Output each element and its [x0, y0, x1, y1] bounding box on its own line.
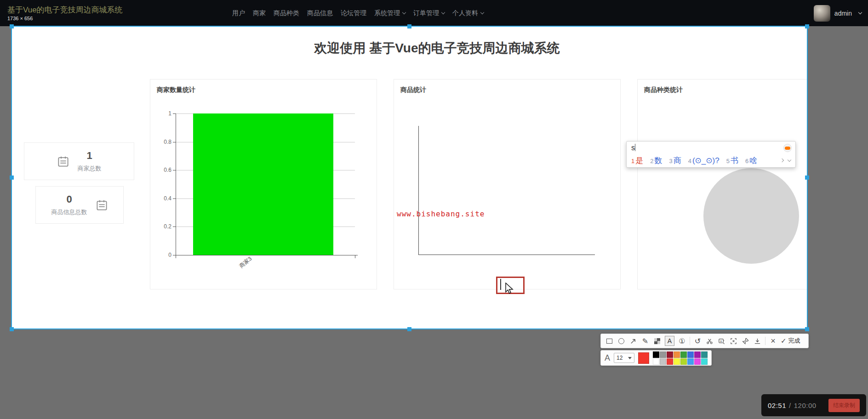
time-separator: /: [789, 402, 791, 409]
chart-card-product-stats: 商品统计 www.bishebang.site: [394, 79, 621, 289]
stop-recording-button[interactable]: 结束录制: [828, 399, 860, 412]
palette-color[interactable]: [687, 351, 694, 358]
ime-candidate-1[interactable]: 1是: [631, 155, 643, 166]
palette-color[interactable]: [674, 358, 680, 365]
rect-tool-icon[interactable]: [605, 336, 614, 346]
y-axis: [176, 113, 176, 257]
chevron-down-icon: [480, 11, 484, 14]
brand-title: 基于Vue的电子竞技周边商城系统: [7, 5, 123, 15]
chart-title: 商品种类统计: [644, 86, 683, 94]
svg-text:a: a: [720, 339, 722, 342]
y-tick-label: 1: [153, 110, 171, 117]
ime-candidate-3[interactable]: 3商: [669, 155, 681, 166]
sogou-ime-icon[interactable]: [783, 144, 792, 152]
palette-color[interactable]: [653, 358, 659, 365]
selection-handle-bottom-right[interactable]: [805, 327, 809, 331]
x-axis: [173, 255, 358, 255]
ime-popup: s 1是 2数 3商 4(⊙_⊙)? 5书 6啥: [626, 141, 796, 168]
pin-icon[interactable]: [741, 336, 750, 346]
undo-icon[interactable]: ↺: [693, 336, 702, 346]
toolbar-separator: [765, 337, 765, 345]
palette-color[interactable]: [680, 351, 687, 358]
recognize-icon[interactable]: [729, 336, 738, 346]
chart-card-merchant-count: 商家数量统计 1 0.8 0.6 0.4 0.2 0 商家3: [150, 79, 377, 289]
top-bar: 基于Vue的电子竞技周边商城系统 1736 × 656 用户 商家 商品种类 商…: [0, 0, 868, 26]
ime-candidate-4[interactable]: 4(⊙_⊙)?: [688, 156, 720, 165]
selection-handle-top-right[interactable]: [805, 24, 809, 28]
palette-color[interactable]: [694, 358, 701, 365]
selection-handle-bottom-left[interactable]: [10, 327, 14, 331]
empty-pie-placeholder: [703, 168, 799, 264]
selection-handle-top-middle[interactable]: [407, 24, 411, 28]
nav-item-product-info[interactable]: 商品信息: [307, 9, 333, 17]
x-category-label: 商家3: [238, 255, 253, 270]
selection-handle-middle-right[interactable]: [805, 176, 809, 180]
nav-item-system-management[interactable]: 系统管理: [374, 9, 405, 17]
color-palette: [653, 351, 708, 365]
total-time: 120:00: [794, 402, 817, 409]
selection-handle-middle-left[interactable]: [10, 176, 14, 180]
step-number-tool-icon[interactable]: ①: [678, 336, 686, 346]
palette-color[interactable]: [667, 358, 673, 365]
done-button[interactable]: ✓ 完成: [781, 337, 800, 345]
selection-handle-top-left[interactable]: [10, 24, 14, 28]
ime-candidate-6[interactable]: 6啥: [745, 155, 757, 166]
chart-card-product-category: 商品种类统计: [637, 79, 808, 289]
nav-item-profile[interactable]: 个人资料: [452, 9, 484, 17]
welcome-title: 欢迎使用 基于Vue的电子竞技周边商城系统: [40, 40, 808, 57]
chart-title: 商品统计: [400, 86, 426, 94]
palette-color[interactable]: [687, 358, 694, 365]
sticker-icon[interactable]: a: [717, 336, 726, 346]
palette-color[interactable]: [701, 358, 708, 365]
palette-color[interactable]: [694, 351, 701, 358]
avatar[interactable]: [814, 5, 830, 22]
arrow-tool-icon[interactable]: [629, 336, 638, 346]
capture-size-label: 1736 × 656: [7, 16, 33, 21]
selection-handle-bottom-middle[interactable]: [407, 327, 411, 331]
pencil-tool-icon[interactable]: ✎: [641, 336, 650, 346]
toolbar-separator: [690, 337, 690, 345]
nav-item-users[interactable]: 用户: [232, 9, 245, 17]
calendar-icon: [96, 199, 108, 211]
palette-color[interactable]: [674, 351, 680, 358]
palette-color[interactable]: [680, 358, 687, 365]
calendar-icon: [57, 155, 69, 168]
ime-next-page-icon[interactable]: [780, 159, 784, 162]
font-size-select[interactable]: 12: [614, 353, 634, 363]
x-axis-tick: [176, 255, 176, 258]
nav-item-order-management[interactable]: 订单管理: [413, 9, 445, 17]
palette-color[interactable]: [667, 351, 673, 358]
ime-expand-icon[interactable]: [788, 158, 791, 161]
mosaic-tool-icon[interactable]: [653, 336, 662, 346]
nav-item-merchants[interactable]: 商家: [253, 9, 266, 17]
nav-item-product-categories[interactable]: 商品种类: [274, 9, 299, 17]
stat-label: 商家总数: [78, 164, 102, 173]
y-tick-label: 0.6: [153, 167, 171, 173]
stat-card-merchants: 1 商家总数: [24, 142, 134, 180]
y-tick-label: 0.4: [153, 195, 171, 202]
y-axis: [418, 126, 419, 255]
ellipse-tool-icon[interactable]: [617, 336, 626, 346]
font-style-bar: A 12: [600, 350, 712, 366]
text-tool-button[interactable]: A: [665, 336, 674, 346]
recorder-bar: 02:51 / 120:00 结束录制: [761, 394, 866, 416]
ime-candidate-2[interactable]: 2数: [650, 155, 662, 166]
ime-candidate-5[interactable]: 5书: [726, 155, 738, 166]
y-tick-label: 0.2: [153, 223, 171, 230]
palette-color[interactable]: [660, 358, 666, 365]
ime-input[interactable]: s: [631, 144, 635, 152]
palette-color[interactable]: [660, 351, 666, 358]
save-icon[interactable]: [753, 336, 762, 346]
watermark-url: www.bishebang.site: [397, 210, 485, 218]
close-icon[interactable]: ×: [769, 336, 777, 346]
user-menu[interactable]: admin: [814, 0, 862, 26]
stat-value: 0: [66, 193, 72, 205]
username: admin: [834, 10, 852, 17]
palette-color[interactable]: [701, 351, 708, 358]
current-color-swatch[interactable]: [638, 352, 649, 364]
dropdown-arrow-icon: [628, 357, 632, 359]
nav-item-forum-management[interactable]: 论坛管理: [341, 9, 366, 17]
crop-icon[interactable]: [705, 336, 714, 346]
palette-color[interactable]: [653, 351, 659, 358]
check-icon: ✓: [781, 337, 787, 345]
